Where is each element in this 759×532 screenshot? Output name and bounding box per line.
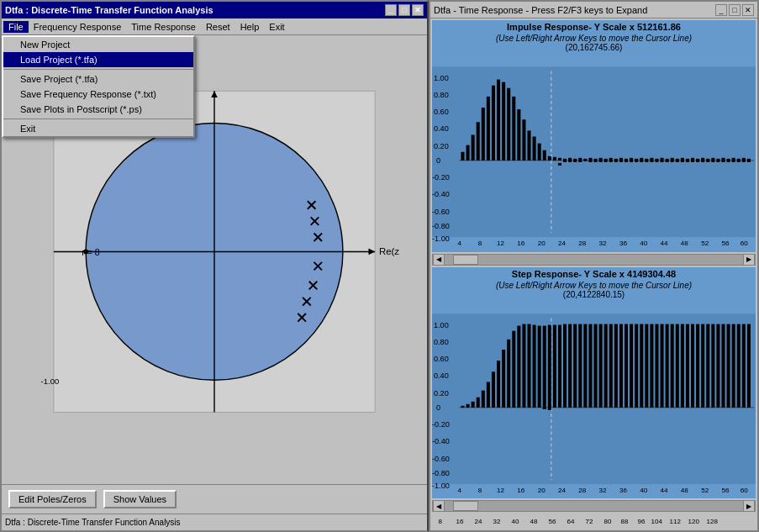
- svg-rect-114: [533, 324, 536, 407]
- svg-rect-110: [512, 330, 515, 407]
- svg-text:40: 40: [640, 487, 648, 494]
- svg-rect-57: [676, 159, 679, 162]
- svg-rect-62: [701, 158, 704, 162]
- svg-rect-124: [583, 324, 587, 407]
- dropdown-exit[interactable]: Exit: [3, 121, 193, 136]
- edit-poles-zeros-button[interactable]: Edit Poles/Zeros: [8, 490, 97, 508]
- dropdown-save-project[interactable]: Save Project (*.tfa): [3, 71, 193, 87]
- re-label: Re(z): [379, 246, 399, 256]
- step-scrollbar[interactable]: ◀ ▶: [432, 500, 756, 512]
- svg-text:4: 4: [457, 487, 461, 494]
- svg-rect-17: [477, 122, 480, 161]
- svg-rect-45: [614, 159, 618, 162]
- svg-rect-151: [721, 324, 725, 407]
- svg-rect-69: [737, 159, 741, 162]
- svg-text:1.00: 1.00: [434, 74, 449, 82]
- svg-rect-148: [706, 324, 709, 407]
- svg-text:32: 32: [599, 487, 608, 494]
- scroll-right-1[interactable]: ▶: [743, 254, 755, 266]
- svg-rect-24: [512, 97, 515, 161]
- right-minimize-button[interactable]: _: [715, 4, 727, 16]
- svg-rect-60: [691, 158, 694, 162]
- svg-text:32: 32: [599, 240, 608, 247]
- menu-frequency-response[interactable]: Frequency Response: [29, 21, 127, 33]
- minimize-button[interactable]: _: [385, 4, 397, 16]
- scroll-left-2[interactable]: ◀: [433, 500, 445, 512]
- svg-rect-66: [721, 158, 725, 162]
- svg-rect-51: [645, 159, 648, 162]
- svg-rect-157: [543, 407, 546, 408]
- svg-rect-58: [681, 158, 684, 162]
- svg-text:1.00: 1.00: [434, 320, 449, 329]
- impulse-scrollbar[interactable]: ◀ ▶: [432, 254, 756, 266]
- scroll-thumb-1[interactable]: [453, 255, 478, 265]
- svg-rect-50: [640, 158, 643, 162]
- maximize-button[interactable]: □: [398, 4, 410, 16]
- svg-text:40: 40: [512, 518, 519, 525]
- svg-text:8: 8: [439, 518, 443, 525]
- svg-rect-31: [548, 156, 551, 161]
- svg-text:20: 20: [538, 240, 546, 247]
- svg-rect-144: [686, 324, 689, 407]
- scroll-left-1[interactable]: ◀: [433, 254, 445, 266]
- svg-text:0.80: 0.80: [434, 91, 449, 99]
- dropdown-load-project[interactable]: Load Project (*.tfa): [3, 52, 193, 67]
- svg-text:-0.40: -0.40: [432, 437, 450, 445]
- menu-time-response[interactable]: Time Response: [126, 21, 201, 33]
- step-chart-svg: 1.00 0.80 0.60 0.40 0.20 0 -0.20 -0.40 -…: [432, 299, 756, 499]
- svg-text:52: 52: [701, 240, 709, 247]
- menu-reset[interactable]: Reset: [201, 21, 235, 33]
- svg-rect-153: [732, 324, 735, 407]
- right-maximize-button[interactable]: □: [729, 4, 741, 16]
- dropdown-save-freq[interactable]: Save Frequency Response (*.txt): [3, 87, 193, 102]
- svg-text:60: 60: [741, 487, 749, 494]
- svg-text:56: 56: [721, 240, 730, 247]
- svg-text:64: 64: [567, 518, 575, 525]
- svg-text:24: 24: [558, 240, 567, 247]
- svg-rect-52: [650, 158, 653, 162]
- svg-rect-41: [594, 159, 598, 162]
- svg-rect-21: [497, 80, 500, 161]
- svg-rect-143: [681, 324, 684, 407]
- svg-rect-139: [661, 324, 664, 407]
- svg-rect-102: [472, 401, 475, 407]
- svg-text:56: 56: [721, 487, 730, 494]
- svg-rect-34: [558, 158, 561, 161]
- svg-text:-1.00: -1.00: [432, 234, 450, 243]
- menu-file[interactable]: File: [3, 21, 29, 33]
- svg-text:12: 12: [497, 240, 505, 247]
- right-close-button[interactable]: ✕: [742, 4, 754, 16]
- svg-text:-0.20: -0.20: [432, 420, 450, 429]
- scroll-right-2[interactable]: ▶: [743, 500, 755, 512]
- dropdown-new-project[interactable]: New Project: [3, 37, 193, 52]
- svg-rect-14: [461, 152, 464, 161]
- impulse-title: Impulse Response- Y Scale x 512161.86: [432, 20, 756, 34]
- bottom-buttons: Edit Poles/Zeros Show Values: [2, 484, 427, 514]
- svg-text:24: 24: [475, 518, 482, 525]
- menu-help[interactable]: Help: [235, 21, 265, 33]
- svg-rect-32: [553, 157, 556, 161]
- svg-rect-134: [635, 324, 638, 407]
- dropdown-save-plots[interactable]: Save Plots in Postscript (*.ps): [3, 102, 193, 117]
- right-title-bar: Dtfa - Time Response - Press F2/F3 keys …: [430, 2, 757, 18]
- impulse-chart-svg: 1.00 0.80 0.60 0.40 0.20 0 -0.20 -0.40 -…: [432, 52, 756, 252]
- scroll-track-2: [445, 501, 743, 511]
- svg-rect-35: [563, 159, 567, 162]
- show-values-button[interactable]: Show Values: [103, 490, 177, 508]
- svg-text:120: 120: [688, 518, 700, 525]
- svg-rect-29: [538, 144, 541, 161]
- status-bar: Dtfa : Discrete-Time Transfer Function A…: [2, 514, 427, 530]
- svg-text:0.40: 0.40: [434, 124, 449, 133]
- svg-rect-109: [507, 339, 510, 407]
- svg-text:112: 112: [670, 518, 682, 525]
- menu-exit[interactable]: Exit: [264, 21, 289, 33]
- scroll-thumb-2[interactable]: [453, 501, 478, 511]
- close-button[interactable]: ✕: [412, 4, 424, 16]
- svg-text:60: 60: [741, 240, 749, 247]
- svg-rect-104: [482, 390, 485, 407]
- impulse-chart-panel: Impulse Response- Y Scale x 512161.86 (U…: [432, 20, 756, 252]
- svg-rect-127: [599, 324, 603, 407]
- svg-rect-67: [727, 159, 730, 162]
- svg-text:-0.60: -0.60: [432, 454, 450, 462]
- svg-text:-0.80: -0.80: [432, 222, 450, 230]
